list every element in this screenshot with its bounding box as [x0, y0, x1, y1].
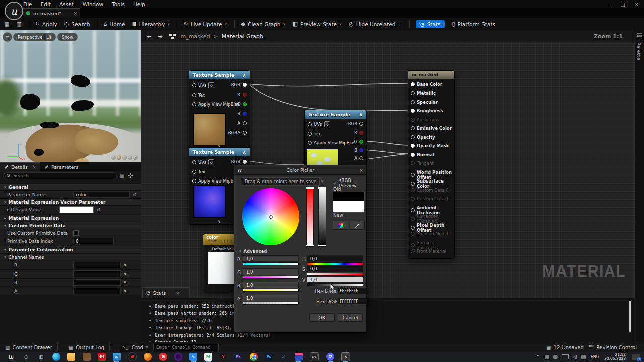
slider-g-value[interactable]: 1,0 — [243, 268, 299, 275]
more-options-icon[interactable]: ⋮ — [398, 22, 402, 26]
language-indicator[interactable]: ENG — [591, 355, 599, 359]
pin-anisotropy[interactable] — [411, 118, 415, 122]
pin-r[interactable] — [243, 93, 247, 97]
pin-shading-model[interactable] — [411, 232, 415, 236]
console-command-input[interactable] — [153, 344, 219, 351]
texture-sample-node-3[interactable]: Texture Sample ∧ UVs0 Tex Apply View Mip… — [304, 110, 367, 167]
close-icon[interactable]: × — [176, 290, 180, 296]
preview-state-button[interactable]: ◧ Preview State ∨ — [293, 21, 342, 27]
pin-base-color[interactable] — [411, 82, 415, 86]
color-wheel[interactable] — [242, 188, 299, 245]
saved-colors-dropdown[interactable]: Drag & drop colors here to save — [241, 177, 320, 186]
pin-g[interactable] — [243, 102, 247, 106]
saturation-bar[interactable] — [306, 187, 314, 247]
lit-mode-button[interactable]: Lit — [42, 33, 56, 41]
slider-a-track[interactable] — [243, 302, 299, 305]
slider-a-value[interactable]: 1,0 — [243, 295, 299, 301]
grid-view-icon[interactable]: ▦ — [120, 173, 124, 178]
windows-start-button[interactable]: ⊞ — [7, 353, 15, 361]
pin-b[interactable] — [359, 148, 363, 152]
pin-emissive-color[interactable] — [411, 126, 415, 130]
collapse-icon[interactable]: ∧ — [359, 112, 363, 117]
node-header[interactable]: m_masked — [408, 71, 454, 79]
parameter-name-input[interactable]: color — [73, 191, 130, 198]
tray-icon[interactable] — [553, 355, 558, 359]
pin-subsurface-color[interactable] — [411, 182, 415, 186]
close-icon[interactable]: × — [359, 167, 363, 173]
yandex-browser-icon[interactable]: Y — [219, 353, 227, 361]
node-header[interactable]: Texture Sample ∧ — [305, 110, 366, 119]
chrome-icon[interactable] — [252, 355, 256, 359]
slider-g-track[interactable] — [243, 276, 299, 279]
node-header[interactable]: Texture Sample ∧ — [189, 71, 250, 79]
stats-tab[interactable]: ◔ Stats × — [142, 287, 190, 298]
maximize-button[interactable]: □ — [616, 2, 630, 7]
tab-details[interactable]: Details × — [0, 162, 40, 172]
output-log-button[interactable]: ▦ Output Log — [69, 345, 104, 350]
stats-toggle-button[interactable]: ◔ Stats — [416, 20, 445, 28]
pin-mipbias[interactable] — [308, 141, 312, 145]
asset-tab-m-masked[interactable]: m_masked* × — [23, 8, 80, 18]
discord-icon[interactable]: ᗢ — [326, 353, 334, 361]
pin-roughness[interactable] — [411, 109, 415, 113]
section-custom-primitive-data[interactable]: ▾ Custom Primitive Data — [0, 222, 141, 229]
details-search-input[interactable]: Search — [3, 172, 117, 179]
photoshop-icon[interactable]: Ps — [265, 353, 273, 361]
live-update-button[interactable]: ↻ Live Update ∨ — [183, 21, 227, 27]
pin-tex[interactable] — [192, 170, 196, 174]
slider-b-value[interactable]: 1,0 — [243, 282, 299, 288]
medibang-icon[interactable]: M — [204, 353, 212, 361]
browse-to-asset-icon[interactable]: ▥ — [16, 21, 21, 27]
pin-custom-data-1[interactable] — [411, 197, 415, 201]
pin-rgba[interactable] — [243, 131, 247, 135]
collapse-icon[interactable]: ∧ — [242, 149, 246, 155]
uvs-value[interactable]: 0 — [208, 159, 214, 165]
pin-a[interactable] — [243, 121, 247, 125]
pin-ambient-occlusion[interactable] — [411, 208, 415, 212]
channel-g-input[interactable] — [73, 270, 121, 277]
home-button[interactable]: ⌂ Home — [103, 21, 125, 27]
themes-button[interactable] — [333, 221, 348, 230]
ok-button[interactable]: OK — [309, 313, 335, 322]
slider-v-track[interactable] — [307, 283, 363, 286]
pdi-input[interactable]: 0 — [73, 238, 114, 244]
reset-icon[interactable]: ↺ — [133, 192, 137, 197]
preview-viewport[interactable]: ≡ Perspective Lit Show z x ✓ — [0, 30, 141, 162]
pin-pixel-depth-offset[interactable] — [411, 226, 415, 230]
floppy-app-icon[interactable] — [295, 353, 303, 361]
pin-tangent[interactable] — [411, 161, 415, 165]
custom-mesh-icon[interactable]: ✓ — [133, 155, 138, 160]
section-parameter-customization[interactable]: ▾ Parameter Customization — [0, 246, 141, 253]
sphere-mesh-icon[interactable] — [117, 155, 121, 160]
pin-surface-thickness[interactable] — [411, 243, 415, 247]
pin-world-position-offset[interactable] — [411, 173, 415, 177]
value-bar[interactable] — [318, 187, 326, 247]
tray-display-icon[interactable] — [562, 354, 569, 359]
use-cpd-checkbox[interactable] — [73, 230, 79, 236]
gear-icon[interactable] — [128, 173, 133, 178]
menu-tools[interactable]: Tools — [112, 1, 125, 7]
file-explorer-icon[interactable] — [67, 353, 75, 361]
geforce-icon[interactable] — [131, 355, 134, 358]
tray-icon[interactable] — [581, 355, 586, 359]
section-mevp[interactable]: ▾ Material Expression Vector Parameter — [0, 198, 141, 205]
slider-s-track[interactable] — [307, 273, 363, 276]
unreal-engine-taskbar-icon[interactable]: u — [341, 352, 350, 361]
search-button[interactable]: ○ Search — [64, 21, 90, 27]
scrollbar[interactable] — [629, 301, 631, 332]
notification-center-icon[interactable]: 1 — [632, 354, 640, 360]
pin-tex[interactable] — [192, 93, 196, 97]
flag-icon[interactable]: ⚑ — [123, 280, 127, 285]
pin-tex[interactable] — [308, 132, 312, 136]
mail-icon[interactable]: ✉ — [113, 353, 121, 361]
pin-uvs[interactable] — [192, 83, 196, 87]
pin-b[interactable] — [243, 112, 247, 116]
hierarchy-button[interactable]: ≣ Hierarchy ∨ — [132, 21, 170, 27]
store-icon[interactable] — [83, 353, 91, 361]
taskbar-search-icon[interactable]: ○ — [22, 353, 30, 361]
pin-custom-data-0[interactable] — [411, 188, 415, 192]
yandex-icon[interactable]: Я — [159, 353, 167, 361]
pin-opacity-mask[interactable] — [411, 144, 415, 148]
media-purple-icon[interactable] — [174, 353, 182, 361]
menu-help[interactable]: Help — [133, 1, 145, 7]
